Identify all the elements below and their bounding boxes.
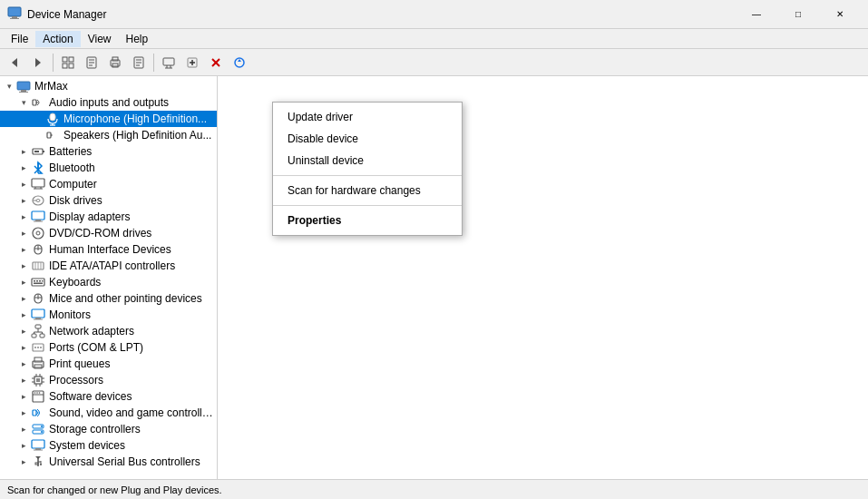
maximize-button[interactable]: □ <box>777 0 819 29</box>
tree-monitors[interactable]: Monitors <box>0 307 217 323</box>
svg-point-54 <box>36 231 40 235</box>
usb-icon <box>31 455 45 469</box>
svg-rect-63 <box>34 280 35 282</box>
svg-rect-5 <box>63 57 67 62</box>
tree-monitors-label: Monitors <box>49 308 91 321</box>
update-toolbar-btn[interactable] <box>229 52 250 73</box>
remove-toolbar-btn[interactable] <box>205 52 227 73</box>
tree-mice-label: Mice and other pointing devices <box>49 292 202 305</box>
tree-root-label: MrMax <box>34 80 68 93</box>
tree-ide-label: IDE ATA/ATAPI controllers <box>49 259 175 272</box>
root-icon <box>16 79 31 93</box>
svg-rect-0 <box>8 7 21 16</box>
speakers-icon <box>45 128 60 142</box>
disk-expand-arrow <box>16 193 31 208</box>
tree-dvd-label: DVD/CD-ROM drives <box>49 227 151 240</box>
menu-view[interactable]: View <box>81 31 119 47</box>
tree-diskdrives[interactable]: Disk drives <box>0 192 217 209</box>
tree-ide[interactable]: IDE ATA/ATAPI controllers <box>0 258 217 274</box>
tree-processors[interactable]: Processors <box>0 372 217 388</box>
ctx-uninstall-device[interactable]: Uninstall device <box>273 150 462 171</box>
tree-software[interactable]: Software devices <box>0 388 217 405</box>
ctx-disable-device[interactable]: Disable device <box>273 128 462 150</box>
add-toolbar-btn[interactable] <box>181 52 203 73</box>
svg-marker-4 <box>35 58 41 67</box>
tree-mice[interactable]: Mice and other pointing devices <box>0 290 217 307</box>
tree-audio[interactable]: Audio inputs and outputs <box>0 94 217 111</box>
ctx-scan-hardware[interactable]: Scan for hardware changes <box>273 180 462 201</box>
close-button[interactable]: ✕ <box>819 0 861 29</box>
svg-rect-1 <box>12 16 17 18</box>
tree-display[interactable]: Display adapters <box>0 209 217 225</box>
tree-dvd[interactable]: DVD/CD-ROM drives <box>0 225 217 241</box>
svg-rect-62 <box>32 279 44 286</box>
tree-microphone[interactable]: Microphone (High Definition... <box>0 111 217 127</box>
processors-icon <box>31 373 45 387</box>
svg-rect-108 <box>32 440 44 448</box>
ctx-update-driver[interactable]: Update driver <box>273 106 462 128</box>
storage-icon <box>31 422 45 436</box>
tree-computer[interactable]: Computer <box>0 176 217 192</box>
tree-storage[interactable]: Storage controllers <box>0 421 217 437</box>
tree-hid[interactable]: Human Interface Devices <box>0 241 217 258</box>
ctx-properties[interactable]: Properties <box>273 210 462 231</box>
print-icon <box>31 357 45 371</box>
ide-icon <box>31 259 45 273</box>
computer-icon <box>31 177 45 191</box>
svg-rect-20 <box>163 58 174 65</box>
keyboards-expand-arrow <box>16 275 31 289</box>
svg-point-82 <box>34 347 36 348</box>
svg-rect-33 <box>19 92 28 93</box>
svg-rect-113 <box>35 463 38 465</box>
menu-help[interactable]: Help <box>119 31 156 47</box>
svg-marker-3 <box>12 58 17 67</box>
svg-rect-64 <box>36 280 38 282</box>
menu-action[interactable]: Action <box>35 31 80 47</box>
svg-rect-38 <box>47 132 51 138</box>
tree-usb[interactable]: Universal Serial Bus controllers <box>0 454 217 470</box>
show-toolbar-btn[interactable] <box>57 52 79 73</box>
minimize-button[interactable]: — <box>736 0 777 29</box>
dvd-icon <box>31 226 45 240</box>
properties-toolbar-btn[interactable] <box>81 52 102 73</box>
tree-batteries-label: Batteries <box>49 145 92 158</box>
tree-keyboards-label: Keyboards <box>49 276 101 289</box>
help-toolbar-btn[interactable] <box>128 52 150 73</box>
bluetooth-expand-arrow <box>16 161 31 175</box>
batteries-expand-arrow <box>16 144 31 159</box>
computer-toolbar-btn[interactable] <box>158 52 180 73</box>
audio-icon <box>31 95 45 110</box>
svg-point-101 <box>36 392 38 394</box>
tree-storage-label: Storage controllers <box>49 423 141 435</box>
menu-file[interactable]: File <box>4 31 35 47</box>
tree-panel[interactable]: MrMax Audio inputs and outputs <box>0 76 218 479</box>
tree-system[interactable]: System devices <box>0 437 217 454</box>
tree-network-label: Network adapters <box>49 325 134 338</box>
hid-expand-arrow <box>16 242 31 257</box>
svg-rect-103 <box>33 410 36 416</box>
svg-marker-112 <box>35 456 41 459</box>
menu-bar: File Action View Help <box>0 29 868 49</box>
software-icon <box>31 389 45 404</box>
tree-network[interactable]: Network adapters <box>0 323 217 339</box>
forward-toolbar-btn[interactable] <box>27 52 49 73</box>
hid-icon <box>31 242 45 257</box>
svg-rect-71 <box>32 309 44 318</box>
ctx-sep-2 <box>273 205 462 206</box>
tree-ports[interactable]: Ports (COM & LPT) <box>0 339 217 356</box>
title-icon <box>7 5 22 23</box>
tree-bluetooth[interactable]: Bluetooth <box>0 160 217 176</box>
tree-root[interactable]: MrMax <box>0 78 217 94</box>
tree-speakers[interactable]: Speakers (High Definition Au... <box>0 127 217 143</box>
tree-diskdrives-label: Disk drives <box>49 194 102 207</box>
print-toolbar-btn[interactable] <box>104 52 126 73</box>
tree-batteries[interactable]: Batteries <box>0 143 217 160</box>
processors-expand-arrow <box>16 373 31 387</box>
sound-icon <box>31 406 45 420</box>
tree-print[interactable]: Print queues <box>0 356 217 372</box>
toolbar-sep-1 <box>53 54 54 72</box>
tree-sound[interactable]: Sound, video and game controllers <box>0 405 217 421</box>
svg-rect-2 <box>10 18 19 19</box>
tree-keyboards[interactable]: Keyboards <box>0 274 217 290</box>
back-toolbar-btn[interactable] <box>4 52 25 73</box>
